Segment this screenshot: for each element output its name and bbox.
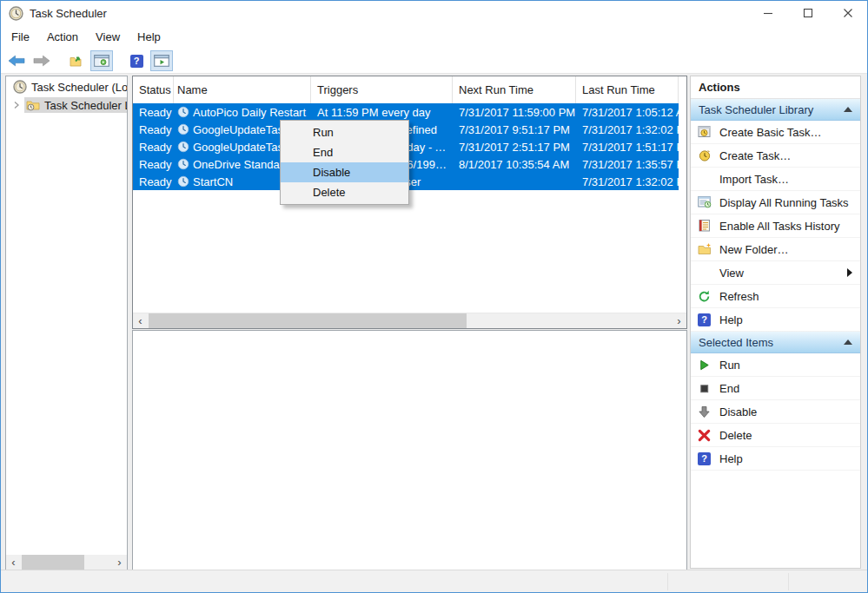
- menu-bar: File Action View Help: [0, 26, 868, 49]
- tree-horizontal-scrollbar[interactable]: ‹ ›: [6, 555, 127, 570]
- action-label: Run: [719, 359, 740, 372]
- section-header-task-scheduler-library[interactable]: Task Scheduler Library: [691, 99, 860, 121]
- collapse-up-icon[interactable]: [844, 107, 852, 112]
- context-menu-item-delete[interactable]: Delete: [281, 182, 408, 202]
- help-button[interactable]: ?: [125, 50, 148, 71]
- new-folder-icon: [697, 242, 712, 257]
- menu-file[interactable]: File: [3, 28, 38, 47]
- action-label: Help: [719, 313, 743, 326]
- status-cell: Ready: [133, 158, 174, 171]
- scrollbar-thumb[interactable]: [149, 313, 467, 328]
- task-name: AutoPico Daily Restart: [193, 106, 306, 119]
- section-header-selected-items[interactable]: Selected Items: [691, 332, 860, 353]
- status-bar: [0, 570, 868, 593]
- tree-item-task-scheduler-library[interactable]: Task Scheduler Library: [6, 97, 127, 113]
- action-label: Enable All Tasks History: [719, 220, 840, 233]
- minimize-icon: [763, 8, 773, 18]
- context-menu: Run End Disable Delete: [280, 120, 409, 205]
- action-enable-all-tasks-history[interactable]: Enable All Tasks History: [691, 214, 860, 238]
- action-display-all-running-tasks[interactable]: Display All Running Tasks: [691, 191, 860, 214]
- action-view[interactable]: View: [691, 261, 860, 285]
- next-run-cell: 7/31/2017 11:59:00 PM: [453, 106, 576, 119]
- tree-item-task-scheduler-local[interactable]: Task Scheduler (Local): [6, 79, 127, 95]
- status-cell: Ready: [133, 175, 174, 188]
- export-list-icon: [70, 54, 83, 68]
- scroll-right-arrow[interactable]: ›: [112, 555, 127, 570]
- column-header-status[interactable]: Status: [133, 76, 174, 103]
- submenu-right-arrow-icon: [847, 268, 852, 277]
- context-menu-item-end[interactable]: End: [281, 142, 408, 162]
- list-horizontal-scrollbar[interactable]: ‹ ›: [133, 313, 686, 328]
- action-end[interactable]: End: [691, 377, 860, 400]
- scroll-left-arrow[interactable]: ‹: [6, 555, 21, 570]
- column-header-triggers[interactable]: Triggers: [311, 76, 453, 103]
- actions-panel: Actions Task Scheduler Library Create Ba…: [690, 76, 861, 569]
- column-header-name[interactable]: Name: [174, 76, 311, 103]
- next-run-cell: 7/31/2017 2:51:17 PM: [453, 141, 576, 154]
- delete-icon: [697, 428, 712, 443]
- column-header-last-run-time[interactable]: Last Run Time: [576, 76, 679, 103]
- task-clock-icon: [177, 123, 189, 135]
- export-list-button[interactable]: [65, 50, 88, 71]
- action-help-selected[interactable]: ? Help: [691, 447, 860, 471]
- column-header-next-run-time[interactable]: Next Run Time: [453, 76, 576, 103]
- context-menu-item-disable[interactable]: Disable: [281, 162, 408, 182]
- scroll-right-arrow[interactable]: ›: [672, 313, 686, 328]
- back-arrow-icon: [8, 55, 25, 67]
- last-run-cell: 7/31/2017 1:35:57 PM: [576, 158, 679, 171]
- blank-icon: [697, 172, 712, 187]
- action-label: Disable: [719, 405, 757, 418]
- forward-arrow-icon: [33, 55, 50, 67]
- context-menu-item-run[interactable]: Run: [281, 122, 408, 142]
- close-button[interactable]: [828, 0, 868, 26]
- chevron-right-icon[interactable]: [12, 101, 21, 109]
- action-new-folder[interactable]: New Folder…: [691, 238, 860, 261]
- maximize-icon: [803, 8, 813, 18]
- status-cell: Ready: [133, 141, 174, 154]
- back-button[interactable]: [5, 50, 28, 71]
- tasks-history-icon: [697, 219, 712, 234]
- action-run[interactable]: Run: [691, 353, 860, 377]
- column-header-row: Status Name Triggers Next Run Time Last …: [133, 76, 686, 103]
- show-action-pane-button[interactable]: [150, 50, 173, 71]
- status-cell: Ready: [133, 106, 174, 119]
- last-run-cell: 7/31/2017 1:32:02 PM: [576, 175, 679, 188]
- task-row[interactable]: Ready AutoPico Daily Restart At 11:59 PM…: [133, 103, 679, 121]
- menu-help[interactable]: Help: [129, 28, 169, 47]
- run-icon: [697, 358, 712, 372]
- action-create-basic-task[interactable]: Create Basic Task…: [691, 121, 860, 144]
- scrollbar-thumb[interactable]: [22, 555, 84, 570]
- action-delete[interactable]: Delete: [691, 424, 860, 447]
- console-tree-icon: [94, 55, 109, 67]
- forward-button[interactable]: [30, 50, 53, 71]
- show-console-tree-button[interactable]: [90, 50, 113, 71]
- create-basic-task-icon: [697, 125, 712, 140]
- maximize-button[interactable]: [788, 0, 828, 26]
- task-clock-icon: [177, 175, 189, 188]
- help-icon: ?: [697, 313, 712, 327]
- name-cell: AutoPico Daily Restart: [174, 106, 311, 119]
- last-run-cell: 7/31/2017 1:51:17 PM: [576, 141, 679, 154]
- folder-clock-icon: [26, 98, 40, 112]
- console-tree-panel: Task Scheduler (Local) Task Scheduler Li…: [5, 76, 128, 570]
- section-header-label: Selected Items: [699, 336, 773, 349]
- action-disable[interactable]: Disable: [691, 400, 860, 424]
- display-running-tasks-icon: [697, 195, 712, 210]
- task-scheduler-app-icon: [9, 6, 23, 21]
- title-bar[interactable]: Task Scheduler: [0, 0, 868, 26]
- section-header-label: Task Scheduler Library: [699, 103, 813, 116]
- clock-icon: [13, 80, 27, 94]
- action-help-library[interactable]: ? Help: [691, 308, 860, 332]
- action-refresh[interactable]: Refresh: [691, 285, 860, 308]
- minimize-button[interactable]: [748, 0, 788, 26]
- action-create-task[interactable]: Create Task…: [691, 144, 860, 168]
- action-import-task[interactable]: Import Task…: [691, 168, 860, 191]
- menu-view[interactable]: View: [87, 28, 129, 47]
- help-icon: ?: [130, 55, 143, 68]
- scroll-left-arrow[interactable]: ‹: [133, 313, 148, 328]
- collapse-up-icon[interactable]: [844, 339, 852, 345]
- task-clock-icon: [177, 106, 189, 118]
- action-label: Help: [719, 452, 743, 465]
- window-controls: [748, 0, 868, 26]
- menu-action[interactable]: Action: [38, 28, 87, 47]
